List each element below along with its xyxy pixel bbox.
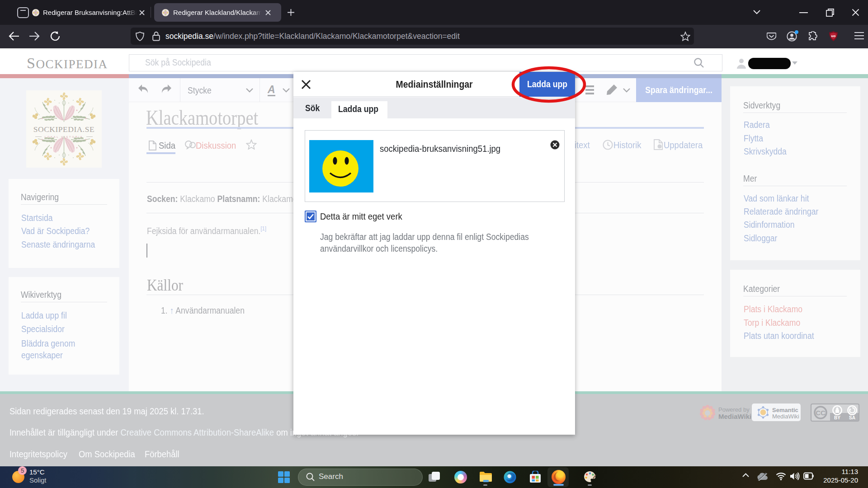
svg-text:BY: BY <box>834 415 840 420</box>
svg-text:SOCKIPEDIA.SE: SOCKIPEDIA.SE <box>33 125 94 134</box>
svg-text:LOKAL HISTORIA: LOKAL HISTORIA <box>45 136 83 138</box>
svg-text:CC: CC <box>816 409 826 417</box>
svg-text:uo: uo <box>831 34 836 38</box>
svg-text:SA: SA <box>849 415 855 420</box>
